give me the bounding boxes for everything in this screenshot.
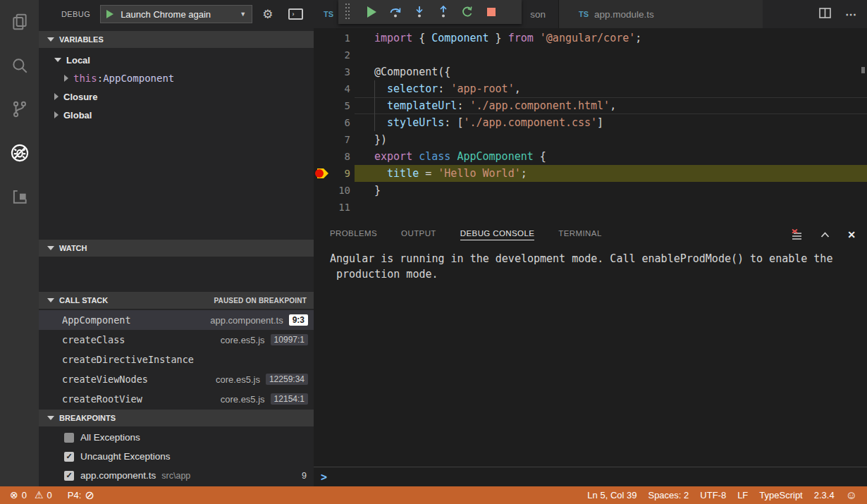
feedback-smiley-icon[interactable]: ☺ bbox=[843, 486, 860, 504]
code-token bbox=[374, 82, 387, 95]
debug-console-input[interactable]: > bbox=[314, 467, 867, 486]
problems-status[interactable]: ⊗ 0 ⚠ 0 bbox=[7, 486, 55, 504]
clear-console-icon[interactable] bbox=[791, 228, 803, 240]
code-editor[interactable]: 1import { Component } from '@angular/cor… bbox=[314, 28, 867, 222]
split-editor-icon[interactable] bbox=[819, 8, 831, 21]
breakpoint-gutter[interactable] bbox=[314, 199, 331, 216]
code-line[interactable]: 9 title = 'Hello World'; bbox=[314, 165, 867, 182]
scope-local-row[interactable]: Local bbox=[39, 51, 314, 69]
frame-line-badge: 12154:1 bbox=[271, 393, 308, 405]
code-line[interactable]: 2 bbox=[314, 47, 867, 63]
breakpoint-gutter[interactable] bbox=[314, 165, 331, 182]
breakpoint-with-arrow-icon[interactable] bbox=[315, 168, 328, 178]
breakpoint-checkbox[interactable] bbox=[64, 433, 74, 443]
perforce-status[interactable]: P4: ⊘ bbox=[65, 486, 97, 504]
breakpoint-gutter[interactable] bbox=[314, 30, 331, 47]
breakpoint-gutter[interactable] bbox=[314, 182, 331, 199]
breakpoint-checkbox[interactable]: ✓ bbox=[64, 452, 74, 462]
code-token: export bbox=[374, 150, 412, 163]
continue-button[interactable] bbox=[359, 0, 383, 24]
cursor-position[interactable]: Ln 5, Col 39 bbox=[584, 486, 639, 504]
panel-tab-output[interactable]: OUTPUT bbox=[401, 229, 436, 240]
restart-button[interactable] bbox=[455, 0, 479, 24]
breakpoint-gutter[interactable] bbox=[314, 148, 331, 165]
breakpoint-item[interactable]: ✓app.component.tssrc\app9 bbox=[39, 466, 314, 485]
scope-global-label: Global bbox=[63, 110, 92, 121]
breakpoint-gutter[interactable] bbox=[314, 80, 331, 97]
open-console-icon[interactable]: › bbox=[288, 8, 303, 20]
more-actions-icon[interactable]: ⋯ bbox=[845, 8, 857, 21]
callstack-section-header[interactable]: CALL STACK PAUSED ON BREAKPOINT bbox=[39, 292, 314, 309]
breakpoint-gutter[interactable] bbox=[314, 63, 331, 80]
panel-tab-debug-console[interactable]: DEBUG CONSOLE bbox=[460, 229, 535, 240]
bottom-panel: PROBLEMSOUTPUTDEBUG CONSOLETERMINAL bbox=[314, 222, 867, 486]
breakpoint-gutter[interactable] bbox=[314, 47, 331, 63]
breakpoint-item[interactable]: All Exceptions bbox=[39, 428, 314, 447]
variables-section-header[interactable]: VARIABLES bbox=[39, 31, 314, 48]
breakpoint-item[interactable]: ✓Uncaught Exceptions bbox=[39, 447, 314, 466]
explorer-icon[interactable] bbox=[0, 0, 39, 44]
code-line[interactable]: 6 styleUrls: ['./app.component.css'] bbox=[314, 114, 867, 131]
indentation[interactable]: Spaces: 2 bbox=[645, 486, 691, 504]
panel-tab-terminal[interactable]: TERMINAL bbox=[558, 229, 601, 240]
debug-icon[interactable] bbox=[0, 131, 39, 175]
code-line[interactable]: 8export class AppComponent { bbox=[314, 148, 867, 165]
start-debug-icon[interactable] bbox=[106, 10, 113, 18]
stop-button[interactable] bbox=[479, 0, 503, 24]
variable-name: this bbox=[73, 73, 97, 84]
warning-icon: ⚠ bbox=[35, 486, 44, 504]
callstack-frame[interactable]: createRootViewcore.es5.js12154:1 bbox=[39, 389, 314, 409]
step-out-button[interactable] bbox=[431, 0, 455, 24]
callstack-frame[interactable]: createViewNodescore.es5.js12259:34 bbox=[39, 369, 314, 389]
breakpoint-path: src\app bbox=[161, 471, 190, 481]
close-panel-icon[interactable]: ✕ bbox=[847, 229, 856, 240]
callstack-frame[interactable]: createClasscore.es5.js10997:1 bbox=[39, 330, 314, 350]
eol-sequence[interactable]: LF bbox=[734, 486, 751, 504]
code-line[interactable]: 3@Component({ bbox=[314, 63, 867, 80]
code-line[interactable]: 7}) bbox=[314, 131, 867, 148]
variable-this-row[interactable]: this: AppComponent bbox=[39, 69, 314, 87]
watch-section-header[interactable]: WATCH bbox=[39, 240, 314, 257]
breakpoint-gutter[interactable] bbox=[314, 131, 331, 148]
breakpoint-gutter[interactable] bbox=[314, 97, 331, 114]
toolbar-drag-handle-icon[interactable] bbox=[345, 4, 351, 21]
language-mode[interactable]: TypeScript bbox=[756, 486, 805, 504]
panel-tab-bar: PROBLEMSOUTPUTDEBUG CONSOLETERMINAL bbox=[314, 222, 867, 247]
breakpoints-section-header[interactable]: BREAKPOINTS bbox=[39, 410, 314, 426]
status-bar-left: ⊗ 0 ⚠ 0 P4: ⊘ bbox=[7, 486, 97, 504]
step-over-button[interactable] bbox=[383, 0, 407, 24]
search-icon[interactable] bbox=[0, 44, 39, 87]
code-line[interactable]: 11 bbox=[314, 199, 867, 216]
typescript-version[interactable]: 2.3.4 bbox=[811, 486, 837, 504]
code-token: Component bbox=[431, 32, 488, 44]
debug-sidebar-header: DEBUG Launch Chrome again ▼ ⚙ › bbox=[39, 0, 314, 28]
encoding[interactable]: UTF-8 bbox=[697, 486, 729, 504]
debug-sidebar: DEBUG Launch Chrome again ▼ ⚙ › VARIABLE… bbox=[39, 0, 314, 486]
paused-status-badge: PAUSED ON BREAKPOINT bbox=[214, 297, 307, 305]
code-text: styleUrls: ['./app.component.css'] bbox=[350, 114, 603, 131]
frame-line-badge: 10997:1 bbox=[271, 334, 308, 345]
code-token: from bbox=[508, 32, 534, 44]
code-line[interactable]: 5 templateUrl: './app.component.html', bbox=[314, 97, 867, 114]
code-line[interactable]: 1import { Component } from '@angular/cor… bbox=[314, 30, 867, 47]
source-control-icon[interactable] bbox=[0, 87, 39, 131]
panel-tab-problems[interactable]: PROBLEMS bbox=[330, 229, 377, 240]
scope-global-row[interactable]: Global bbox=[39, 106, 314, 124]
code-line[interactable]: 10} bbox=[314, 182, 867, 199]
breakpoint-gutter[interactable] bbox=[314, 114, 331, 131]
code-token: @Component({ bbox=[374, 66, 450, 78]
twistie-expanded-icon bbox=[47, 37, 54, 42]
code-token: templateUrl bbox=[387, 99, 457, 112]
p4-label: P4: bbox=[68, 490, 82, 500]
scope-closure-row[interactable]: Closure bbox=[39, 87, 314, 106]
callstack-frame[interactable]: AppComponentapp.component.ts9:3 bbox=[39, 310, 314, 330]
tab-app-module[interactable]: TS app.module.ts bbox=[558, 0, 763, 28]
callstack-frame[interactable]: createDirectiveInstance bbox=[39, 350, 314, 369]
extensions-icon[interactable] bbox=[0, 175, 39, 219]
step-into-button[interactable] bbox=[407, 0, 431, 24]
breakpoint-checkbox[interactable]: ✓ bbox=[64, 471, 74, 481]
code-line[interactable]: 4 selector: 'app-root', bbox=[314, 80, 867, 97]
configure-gear-icon[interactable]: ⚙ bbox=[262, 7, 273, 22]
launch-config-dropdown[interactable]: Launch Chrome again ▼ bbox=[100, 5, 252, 23]
maximize-panel-icon[interactable] bbox=[820, 231, 830, 239]
